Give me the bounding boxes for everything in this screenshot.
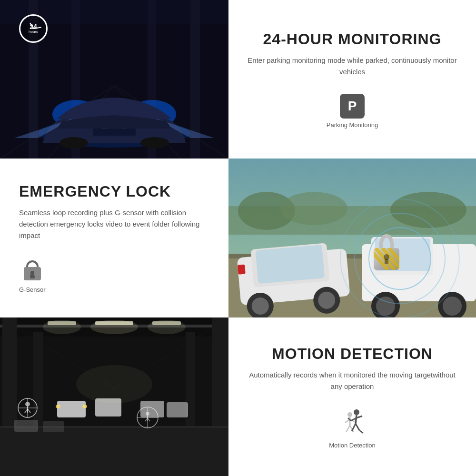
motion-description: Automatically records when it monitored … [248,369,457,392]
clock-number: 24 [30,23,37,30]
motion-icon-label: Motion Detection [329,442,376,449]
clock-circle: 24 hours [19,14,48,43]
svg-point-94 [146,412,149,416]
svg-point-43 [443,297,462,316]
motion-figure-icon [336,408,369,439]
emergency-title: EMERGENCY LOCK [19,183,171,200]
svg-rect-82 [14,420,38,432]
motion-title: MOTION DETECTION [272,345,433,363]
emergency-description: Seamless loop recording plus G-sensor wi… [19,207,209,241]
svg-point-105 [354,409,359,415]
svg-point-69 [148,320,186,334]
top-right-text: 24-HOUR MONITORING Enter parking monitor… [228,0,476,159]
svg-point-98 [76,365,152,403]
mid-left-text: EMERGENCY LOCK Seamless loop recording p… [0,159,228,317]
bottom-right-text: MOTION DETECTION Automatically records w… [228,317,476,476]
svg-point-41 [376,297,395,316]
main-grid: 24 hours 24-HOUR MONITORING Enter parkin… [0,0,476,476]
gsensor-icon-label: G-Sensor [19,286,46,293]
svg-point-87 [25,402,30,407]
monitoring-description: Enter parking monitoring mode while park… [248,55,457,78]
svg-point-81 [82,405,87,408]
svg-point-23 [390,192,466,228]
svg-line-110 [352,424,356,431]
svg-rect-79 [167,402,188,417]
svg-point-16 [60,137,88,149]
svg-point-99 [347,412,352,417]
svg-rect-76 [57,401,86,417]
svg-point-80 [56,405,60,408]
lock-icon [22,260,43,283]
mid-right-image [228,159,476,317]
parking-p-icon: P [340,94,365,119]
svg-point-68 [90,320,138,334]
parking-icon-area: P Parking Monitoring [327,94,378,129]
svg-line-106 [356,415,357,424]
top-left-image: 24 hours [0,0,228,159]
gsensor-icon-area: G-Sensor [19,260,46,293]
bottom-left-image [0,317,228,476]
svg-point-22 [281,192,347,225]
clock-badge: 24 hours [19,14,48,43]
svg-point-67 [43,320,81,334]
svg-line-112 [359,430,363,433]
svg-line-103 [346,426,350,432]
svg-rect-78 [140,401,164,417]
svg-rect-56 [385,259,388,264]
svg-point-17 [140,137,169,149]
svg-rect-83 [43,421,64,432]
svg-rect-29 [256,245,325,284]
svg-rect-74 [0,427,228,476]
clock-hours-label: hours [29,30,38,34]
lock-keyhole [30,271,34,277]
svg-line-108 [357,416,362,418]
lock-body [24,267,41,280]
parking-icon-label: Parking Monitoring [327,121,378,129]
monitoring-title: 24-HOUR MONITORING [263,30,442,48]
svg-rect-36 [238,264,246,274]
parking-letter: P [348,99,357,114]
svg-line-111 [356,424,359,430]
motion-icon-area: Motion Detection [329,408,376,449]
